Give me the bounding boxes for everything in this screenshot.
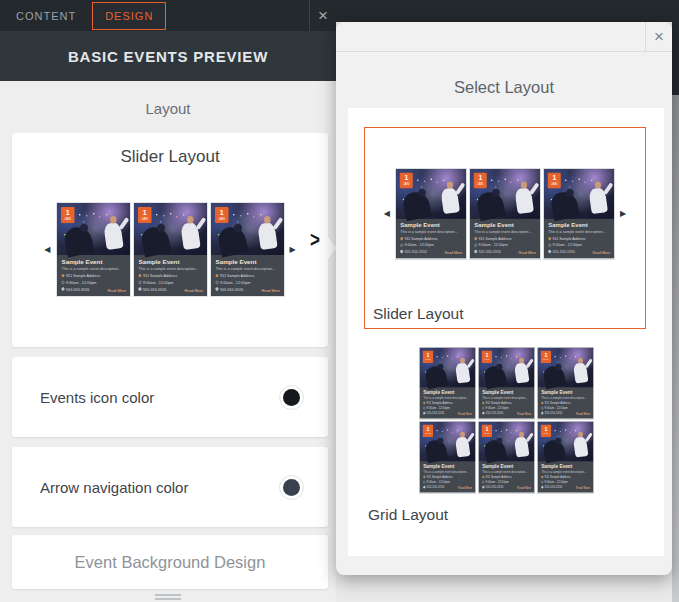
slider-next-icon: ▶ xyxy=(620,210,626,218)
slider-prev-icon: ◀ xyxy=(44,246,50,254)
event-phone: 555-555-5555 xyxy=(405,249,427,253)
badge-month: Jan xyxy=(138,217,152,221)
performer-head xyxy=(264,216,271,224)
crowd-silhouette-head xyxy=(555,438,561,444)
location-icon xyxy=(540,401,543,404)
event-date-badge: 1 Jan xyxy=(400,173,413,188)
slider-layout-card: Slider Layout ◀ 1 Jan Sample Event This … xyxy=(12,133,328,347)
event-title: Sample Event xyxy=(541,464,590,469)
read-more-link: Read More xyxy=(444,251,462,255)
color-dot xyxy=(283,389,300,406)
performer-head xyxy=(187,216,194,224)
clock-icon xyxy=(423,481,425,483)
crowd-silhouette xyxy=(423,438,447,463)
event-description: This is a sample event description... xyxy=(215,267,279,272)
clock-icon xyxy=(541,481,543,483)
event-card: 1 Jan Sample Event This is a sample even… xyxy=(478,347,535,419)
grid-layout-preview: 1 Jan Sample Event This is a sample even… xyxy=(417,347,596,493)
event-time-row: 9:00am - 12:00pm xyxy=(548,243,609,247)
event-title: Sample Event xyxy=(548,222,609,229)
event-address-row: 911 Sample Address xyxy=(400,236,461,240)
crowd-silhouette-head xyxy=(496,438,502,444)
event-card: 1 Jan Sample Event This is a sample even… xyxy=(469,168,541,259)
stage-lights xyxy=(554,430,555,431)
crowd-silhouette xyxy=(216,224,248,257)
clock-icon xyxy=(215,281,218,284)
arrow-navigation-color-swatch[interactable] xyxy=(279,475,304,500)
modal-close-button[interactable]: × xyxy=(645,22,672,51)
tab-content[interactable]: CONTENT xyxy=(4,2,88,30)
modal-title: Select Layout xyxy=(336,78,672,97)
page-header-edge xyxy=(672,0,679,95)
crowd-silhouette xyxy=(549,190,580,222)
crowd-silhouette-head xyxy=(492,189,500,197)
badge-day: 1 xyxy=(61,209,75,217)
event-phone: 555-555-5555 xyxy=(143,287,166,292)
event-address: 911 Sample Address xyxy=(426,401,452,404)
performer-head xyxy=(460,358,465,364)
layout-option-grid[interactable]: 1 Jan Sample Event This is a sample even… xyxy=(364,329,648,529)
event-time-row: 9:00am - 12:00pm xyxy=(541,406,590,409)
event-card: 1 Jan Sample Event This is a sample even… xyxy=(133,202,208,297)
slider-preview: ◀ 1 Jan Sample Event This is a sample ev… xyxy=(12,202,328,297)
event-info: Sample Event This is a sample event desc… xyxy=(57,255,130,296)
phone-icon xyxy=(137,287,141,291)
event-title: Sample Event xyxy=(423,464,472,469)
layout-section-label: Layout xyxy=(0,100,336,117)
location-icon xyxy=(400,237,404,241)
event-card: 1 Jan Sample Event This is a sample even… xyxy=(419,421,476,493)
event-background-design-card[interactable]: Event Background Design xyxy=(12,535,328,589)
event-address-row: 911 Sample Address xyxy=(482,475,531,478)
event-phone: 555-555-5555 xyxy=(220,287,243,292)
event-description: This is a sample event description... xyxy=(482,470,531,473)
event-phone: 555-555-5555 xyxy=(479,249,501,253)
stage-lights xyxy=(436,356,437,357)
event-card-preview: 1 Jan Sample Event This is a sample even… xyxy=(478,421,535,493)
crowd-silhouette xyxy=(475,190,506,222)
event-date-badge: 1 Jan xyxy=(548,173,561,188)
event-time-row: 9:00am - 12:00pm xyxy=(215,280,279,285)
stage-lights xyxy=(495,356,496,357)
panel-close-button[interactable]: × xyxy=(309,0,336,31)
event-description: This is a sample event description... xyxy=(541,470,590,473)
event-card: 1 Jan Sample Event This is a sample even… xyxy=(419,347,476,419)
event-address-row: 911 Sample Address xyxy=(482,401,531,404)
event-address-row: 911 Sample Address xyxy=(138,273,202,278)
crowd-silhouette xyxy=(541,364,565,389)
open-layout-selector-button[interactable]: > xyxy=(310,229,320,254)
event-time: 9:00am - 12:00pm xyxy=(426,406,449,409)
crowd-silhouette-head xyxy=(234,224,242,232)
crowd-silhouette xyxy=(139,224,171,257)
read-more-link: Read More xyxy=(184,289,203,294)
event-time-row: 9:00am - 12:00pm xyxy=(138,280,202,285)
event-address: 911 Sample Address xyxy=(485,475,511,478)
events-icon-color-swatch[interactable] xyxy=(279,385,304,410)
stage-lights xyxy=(565,180,566,181)
event-time: 9:00am - 12:00pm xyxy=(405,243,434,247)
slider-layout-title: Slider Layout xyxy=(12,133,328,167)
event-info: Sample Event This is a sample event desc… xyxy=(544,219,614,258)
settings-panel: CONTENT DESIGN × BASIC EVENTS PREVIEW La… xyxy=(0,0,336,602)
layout-option-slider[interactable]: ◀ 1 Jan Sample Event This is a sample ev… xyxy=(364,127,646,329)
location-icon xyxy=(481,475,484,478)
panel-resize-handle[interactable] xyxy=(155,594,181,602)
tab-design[interactable]: DESIGN xyxy=(92,2,166,30)
event-card-preview: 1 Jan Sample Event This is a sample even… xyxy=(419,421,476,493)
event-time: 9:00am - 12:00pm xyxy=(66,280,96,285)
performer-figure xyxy=(513,436,529,457)
badge-month: Jan xyxy=(215,217,229,221)
event-time-row: 9:00am - 12:00pm xyxy=(482,480,531,483)
select-layout-modal: × Select Layout ◀ 1 Jan Sa xyxy=(336,22,672,575)
read-more-link: Read More xyxy=(576,487,590,490)
badge-month: Jan xyxy=(540,432,550,435)
badge-month: Jan xyxy=(481,432,491,435)
events-icon-color-label: Events icon color xyxy=(40,389,154,406)
event-address-row: 911 Sample Address xyxy=(541,475,590,478)
event-card-preview: 1 Jan Sample Event This is a sample even… xyxy=(210,202,285,297)
performer-head xyxy=(110,216,117,224)
crowd-silhouette xyxy=(423,364,447,389)
event-time: 9:00am - 12:00pm xyxy=(220,280,250,285)
crowd-silhouette-head xyxy=(437,364,443,370)
clock-icon xyxy=(400,244,403,247)
phone-icon xyxy=(422,486,425,489)
